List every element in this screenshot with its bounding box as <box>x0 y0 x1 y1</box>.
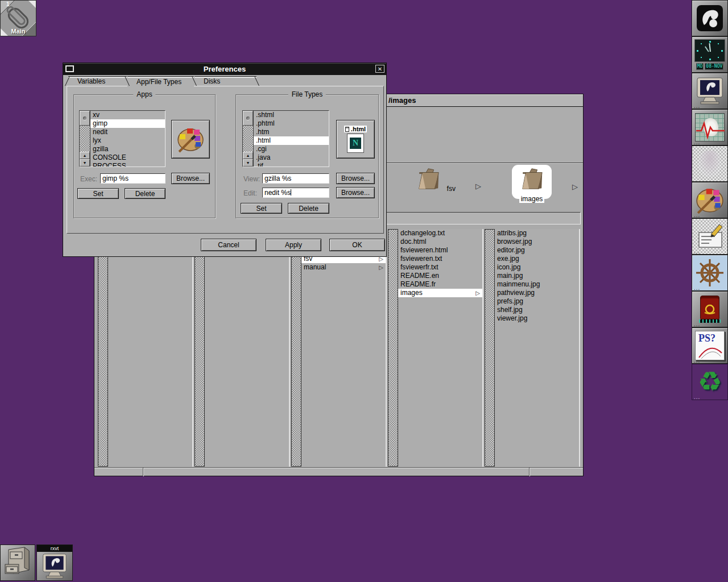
apps-browse-button[interactable]: Browse... <box>171 173 210 184</box>
dock-tile-wmaker[interactable] <box>692 0 728 36</box>
filetypes-list-scrollbar[interactable]: ▲ ▼ <box>243 111 254 167</box>
tab-app-file-types[interactable]: App/File Types <box>127 76 194 87</box>
browser-column-3: fsv▷ manual▷ <box>291 229 387 467</box>
scroll-down-button[interactable]: ▼ <box>80 159 90 167</box>
scrollbar-thumb[interactable] <box>80 111 90 126</box>
file-row[interactable]: doc.html <box>398 238 482 246</box>
column-scrollbar[interactable] <box>291 229 301 467</box>
scroll-up-button[interactable]: ▲ <box>80 152 90 159</box>
list-item[interactable]: .tif <box>254 162 329 167</box>
filetype-icon-button[interactable]: .html N <box>336 120 375 159</box>
scroll-up-button[interactable]: ▲ <box>243 152 253 159</box>
file-row[interactable]: fsvieweren.html <box>398 246 482 255</box>
path-folder-fsv[interactable]: fsv <box>413 166 458 193</box>
list-item[interactable]: .html <box>254 136 329 145</box>
path-folder-images[interactable]: images <box>509 166 555 203</box>
fileviewer-title: /images <box>388 96 416 105</box>
column-scrollbar[interactable] <box>98 229 108 467</box>
file-row[interactable]: editor.jpg <box>495 246 579 255</box>
list-item[interactable]: .htm <box>254 128 329 136</box>
dialog-titlebar[interactable]: Preferences <box>63 63 386 75</box>
window-resizebar[interactable] <box>94 467 583 476</box>
list-item[interactable]: xv <box>90 111 165 119</box>
apps-list-scrollbar[interactable]: ▲ ▼ <box>80 111 90 167</box>
file-row[interactable]: shelf.jpg <box>495 306 579 314</box>
list-item[interactable]: CONSOLE <box>90 153 165 162</box>
file-row[interactable]: manual▷ <box>301 263 386 272</box>
list-item[interactable]: gzilla <box>90 145 165 153</box>
monitor-icon <box>695 77 725 105</box>
file-row[interactable]: dchangelog.txt <box>398 229 482 238</box>
browser-column-4: dchangelog.txt doc.html fsvieweren.html … <box>388 229 483 467</box>
view-input[interactable]: gzilla %s <box>262 173 329 184</box>
list-item[interactable]: .phtml <box>254 119 329 128</box>
dock-tile-system-monitor[interactable]: ... <box>692 109 728 146</box>
dock-tile-ghost[interactable] <box>692 146 728 182</box>
ghost-icon <box>698 151 721 177</box>
list-item[interactable]: lyx <box>90 136 165 145</box>
file-row[interactable]: icon.jpg <box>495 263 579 272</box>
apply-button[interactable]: Apply <box>266 239 321 251</box>
miniwindow-filemanager[interactable] <box>0 544 35 581</box>
apps-set-button[interactable]: Set <box>77 188 119 199</box>
column-scrollbar[interactable] <box>388 229 398 467</box>
exec-input[interactable]: gimp %s <box>100 173 166 184</box>
file-row[interactable]: viewer.jpg <box>495 314 579 323</box>
app-icon-button[interactable] <box>171 120 210 159</box>
edit-label: Edit: <box>243 189 257 197</box>
file-row[interactable]: attribs.jpg <box>495 229 579 238</box>
dock-tile-mailbox[interactable]: ... <box>692 291 728 327</box>
edit-browse-button[interactable]: Browse... <box>336 187 375 198</box>
dock-tile-recycler[interactable]: ♻ ... <box>692 364 728 400</box>
file-row[interactable]: images▷ <box>398 289 482 297</box>
file-row[interactable]: pathview.jpg <box>495 289 579 297</box>
apps-delete-button[interactable]: Delete <box>125 188 166 199</box>
list-item[interactable]: gimp <box>90 119 165 128</box>
tab-variables[interactable]: Variables <box>68 76 127 86</box>
close-button[interactable]: ✕ <box>375 65 384 73</box>
file-row[interactable]: main.jpg <box>495 272 579 280</box>
list-item[interactable]: nedit <box>90 128 165 136</box>
column-scrollbar[interactable] <box>195 229 205 467</box>
file-row[interactable]: fsvieweren.txt <box>398 255 482 263</box>
list-item[interactable]: PROCESS <box>90 162 165 167</box>
dock-tile-terminal[interactable]: ... <box>692 73 728 109</box>
file-row[interactable]: exe.jpg <box>495 255 579 263</box>
list-item[interactable]: .java <box>254 153 329 162</box>
path-arrow-icon: ▷ <box>572 182 578 191</box>
file-row[interactable]: mainmenu.jpg <box>495 280 579 289</box>
file-row[interactable]: browser.jpg <box>495 238 579 246</box>
dock-tile-gimp[interactable]: ... <box>692 182 728 218</box>
clock-lcd-row: MO 08-NOV <box>696 63 724 70</box>
monitor-icon <box>41 553 68 579</box>
dock-tile-ghostview[interactable]: PS? ... <box>692 327 728 364</box>
file-row[interactable]: fsviewerfr.txt <box>398 263 482 272</box>
dock-tile-mail-compose[interactable]: ... <box>692 218 728 255</box>
filetypes-delete-button[interactable]: Delete <box>288 203 329 214</box>
scroll-down-icon: ▼ <box>83 161 87 165</box>
edit-input[interactable]: nedit %s <box>262 188 329 198</box>
ok-button[interactable]: OK <box>329 239 385 251</box>
miniwindow-rxvt[interactable]: rxvt <box>36 544 73 581</box>
scrollbar-thumb[interactable] <box>243 111 253 126</box>
filetypes-set-button[interactable]: Set <box>241 203 282 214</box>
column-scrollbar[interactable] <box>485 229 495 467</box>
list-item[interactable]: .cgi <box>254 145 329 153</box>
list-item[interactable]: .shtml <box>254 111 329 119</box>
text-caret <box>291 189 291 196</box>
dock-tile-helm[interactable]: ... <box>692 255 728 291</box>
file-row[interactable]: README.fr <box>398 280 482 289</box>
clock-day: MO <box>696 63 704 70</box>
tab-disks[interactable]: Disks <box>195 76 257 86</box>
cancel-button[interactable]: Cancel <box>201 239 257 251</box>
dock-tile-clock[interactable]: MO 08-NOV <box>692 36 728 73</box>
scroll-down-button[interactable]: ▼ <box>243 159 253 167</box>
miniaturize-button[interactable] <box>65 65 74 72</box>
file-row[interactable]: README.en <box>398 272 482 280</box>
filetypes-list: ▲ ▼ .shtml .phtml .htm .html .cgi .java … <box>242 110 329 167</box>
workspace-clip[interactable]: 1 Main <box>0 0 36 36</box>
file-row[interactable]: prefs.jpg <box>495 297 579 306</box>
html-file-type-header: .html <box>344 126 367 132</box>
exec-label: Exec: <box>80 175 97 183</box>
view-browse-button[interactable]: Browse... <box>336 173 375 184</box>
